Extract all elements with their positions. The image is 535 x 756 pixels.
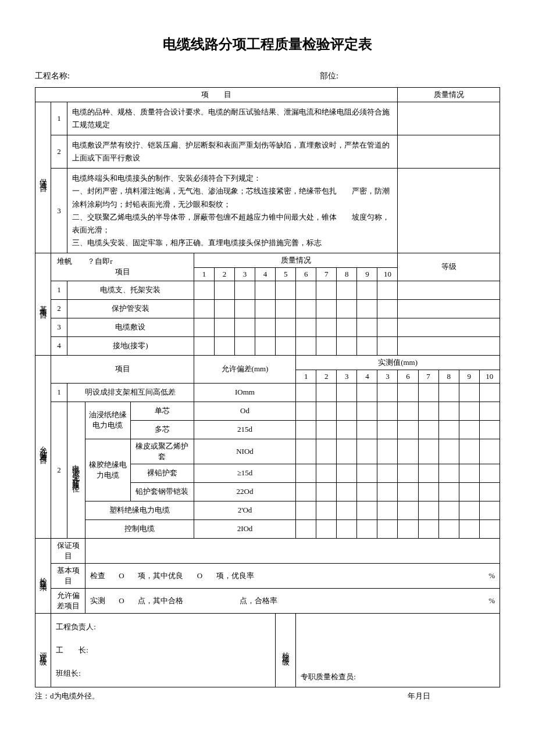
b-col-9: 9 xyxy=(357,267,377,281)
a-col-5: 3 xyxy=(377,370,398,383)
g-row-2-blank xyxy=(398,135,500,169)
a-sub-oil: 油浸纸绝缘电力电缆 xyxy=(85,402,130,439)
g-row-1-blank xyxy=(398,102,500,135)
a-col-8: 8 xyxy=(438,370,459,383)
allow-item-header: 项目 xyxy=(51,355,194,383)
b-row-4-num: 4 xyxy=(51,336,67,355)
a-extra-1-dev: 2IOd xyxy=(194,519,295,538)
b-col-4: 4 xyxy=(255,267,276,281)
g-row-2-num: 2 xyxy=(51,135,67,169)
verify-label: 核定等级 xyxy=(276,613,296,687)
grade-label: 评定等级 xyxy=(35,613,51,687)
b-row-2-item: 保护管安装 xyxy=(67,299,194,318)
b-col-7: 7 xyxy=(316,267,337,281)
header-row: 工程名称: 部位: xyxy=(35,71,500,81)
check-r2-text: 检查 O 项，其中优良 O 项，优良率 % xyxy=(85,563,500,588)
g-row-3-num: 3 xyxy=(51,169,67,253)
basic-grade-header: 等级 xyxy=(398,253,500,281)
allow-dev-header: 允许偏差(mm) xyxy=(194,355,295,383)
b-row-3-item: 电缆敷设 xyxy=(67,318,194,336)
a-col-3: 3 xyxy=(337,370,357,383)
a-col-2: 2 xyxy=(316,370,337,383)
a-col-4: 4 xyxy=(357,370,377,383)
b-row-4-item: 接地(接零) xyxy=(67,336,194,355)
a-col-1: 1 xyxy=(296,370,316,383)
allow-meas-header: 实测值(mm) xyxy=(296,355,500,370)
b-row-2-num: 2 xyxy=(51,299,67,318)
verify-signer: 专职质量检查员: xyxy=(296,613,500,687)
a-sub-rubber: 橡胶绝缘电力电缆 xyxy=(85,439,130,501)
main-table: 项 目 质量情况 保证项目 1 电缆的品种、规格、质量符合设计要求。电缆的耐压试… xyxy=(35,87,500,687)
b-col-2: 2 xyxy=(214,267,234,281)
a-sub-rubber-0-dev: NIOd xyxy=(194,439,295,464)
page-title: 电缆线路分项工程质量检验评定表 xyxy=(35,35,500,53)
a-sub-rubber-1-dev: ≥15d xyxy=(194,464,295,482)
b-col-3: 3 xyxy=(234,267,255,281)
a-extra-0-dev: 2'Od xyxy=(194,501,295,519)
footer: 注：d为电缆外径。 年月日 xyxy=(35,691,500,701)
basic-quality-header: 质量情况 xyxy=(194,253,398,267)
g-row-3-blank xyxy=(398,169,500,253)
b-row-3-num: 3 xyxy=(51,318,67,336)
check-r1-blank xyxy=(85,538,500,563)
g-row-3-text: 电缆终端头和电缆接头的制作、安装必须符合下列规定： 一、封闭严密，填料灌注饱满，… xyxy=(67,169,398,253)
b-col-8: 8 xyxy=(337,267,357,281)
footer-note: 注：d为电缆外径。 xyxy=(35,691,408,701)
a-extra-1: 控制电缆 xyxy=(85,519,194,538)
basic-item-header: 堆帆 ？自即r 项目 xyxy=(51,253,194,281)
a-col-9: 9 xyxy=(459,370,479,383)
b-row-1-num: 1 xyxy=(51,281,67,299)
a-sub-rubber-2-dev: 22Od xyxy=(194,482,295,501)
check-r2-label: 基本项目 xyxy=(51,563,85,588)
footer-date: 年月日 xyxy=(408,691,500,701)
check-label: 检查结果 xyxy=(35,538,51,613)
b-col-5: 5 xyxy=(276,267,296,281)
b-col-1: 1 xyxy=(194,267,214,281)
check-r3-label: 允许偏差项目 xyxy=(51,588,85,613)
col-item-header: 项 目 xyxy=(35,88,398,102)
b-col-6: 6 xyxy=(296,267,316,281)
a-sub-oil-1: 多芯 xyxy=(130,420,194,439)
a-row-1-item: 明设成排支架相互间高低差 xyxy=(67,383,194,402)
check-r1: 保证项目 xyxy=(51,538,85,563)
a-row-1-num: 1 xyxy=(51,383,67,402)
a-sub-oil-0: 单芯 xyxy=(130,402,194,420)
a-col-10: 10 xyxy=(479,370,500,383)
b-row-1-item: 电缆支、托架安装 xyxy=(67,281,194,299)
grade-signers: 工程负责人: 工 长: 班组长: xyxy=(51,613,276,687)
g-row-1-num: 1 xyxy=(51,102,67,135)
g-row-1-text: 电缆的品种、规格、质量符合设计要求。电缆的耐压试验结果、泄漏电流和绝缘电阻必须符… xyxy=(67,102,398,135)
a-extra-0: 塑料绝缘电力电缆 xyxy=(85,501,194,519)
a-row-1-dev: IOmm xyxy=(194,383,295,402)
unit-label: 部位: xyxy=(215,71,500,81)
guarantee-label: 保证项目 xyxy=(35,102,51,253)
a-sub-rubber-1: 裸铅护套 xyxy=(130,464,194,482)
col-quality-header: 质量情况 xyxy=(398,88,500,102)
a-sub-rubber-2: 铅护套钢带铠装 xyxy=(130,482,194,501)
a-col-6: 6 xyxy=(398,370,418,383)
b-col-10: 10 xyxy=(377,267,398,281)
a-row-2-num: 2 xyxy=(51,402,67,538)
allow-label: 允许偏差项目 xyxy=(35,355,51,538)
a-sub-rubber-0: 橡皮或聚乙烯护套 xyxy=(130,439,194,464)
g-row-2-text: 电缆敷设严禁有绞拧、铠装压扁、护层断裂和表面严重划伤等缺陷，直埋敷设时，严禁在管… xyxy=(67,135,398,169)
a-sub-oil-0-dev: Od xyxy=(194,402,295,420)
project-name-label: 工程名称: xyxy=(35,71,215,81)
check-r3-text: 实测 O 点，其中合格 点，合格率 % xyxy=(85,588,500,613)
a-col-7: 7 xyxy=(418,370,438,383)
basic-label: 基本项目 xyxy=(35,253,51,355)
a-row-2-label: 电缆最小允许弯曲半径 xyxy=(67,402,85,538)
a-sub-oil-1-dev: 215d xyxy=(194,420,295,439)
